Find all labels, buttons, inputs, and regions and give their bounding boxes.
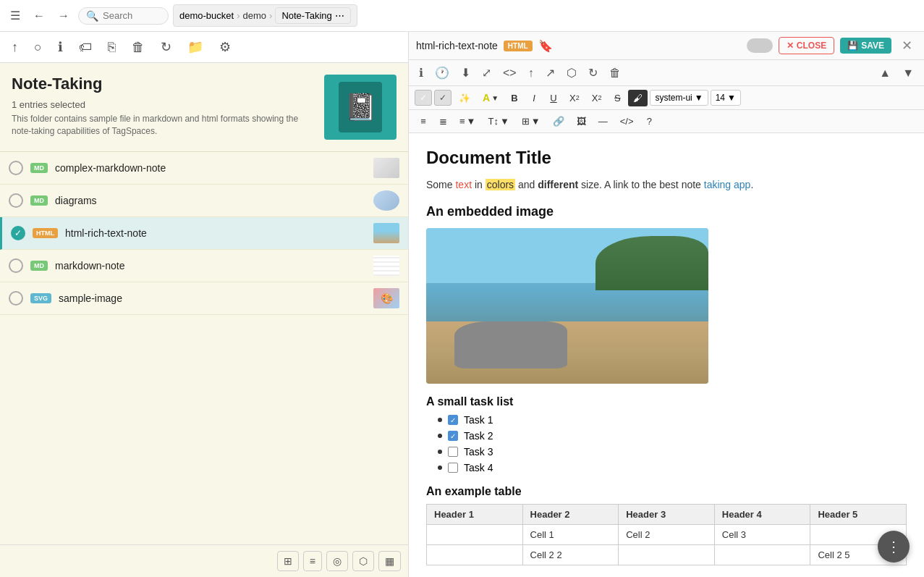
editor-download-btn[interactable]: ⬇ — [457, 63, 475, 83]
format-ol-btn[interactable]: ≣ — [434, 113, 452, 130]
task-item-3: Task 3 — [432, 446, 907, 458]
radial-view-btn[interactable]: ◎ — [326, 551, 348, 571]
format-text-size-btn[interactable]: T↕ ▼ — [483, 113, 514, 130]
file-checkbox[interactable] — [9, 161, 23, 175]
bullet-2 — [438, 434, 442, 438]
format-strikethrough-btn[interactable]: S — [609, 90, 626, 106]
format-paint-btn[interactable]: 🖌 — [628, 90, 648, 106]
editor-export-btn[interactable]: ↗ — [541, 63, 559, 83]
task-checkbox-3[interactable] — [448, 447, 458, 457]
doc-link[interactable]: taking app — [704, 179, 751, 190]
format-italic-btn[interactable]: I — [525, 90, 543, 106]
editor-prev-btn[interactable]: ▲ — [875, 64, 895, 83]
upload-btn[interactable]: ↑ — [7, 37, 22, 58]
settings-btn[interactable]: ⚙ — [215, 36, 235, 58]
info-btn[interactable]: ℹ — [54, 36, 67, 58]
file-checkbox[interactable] — [9, 193, 23, 208]
folder-btn[interactable]: 📁 — [183, 36, 208, 58]
menu-button[interactable]: ☰ — [6, 6, 25, 25]
format-image-btn[interactable]: 🖼 — [572, 113, 591, 130]
format-link-btn[interactable]: 🔗 — [548, 113, 569, 130]
circle-btn[interactable]: ○ — [30, 37, 46, 58]
format-ul-btn[interactable]: ≡ — [415, 113, 432, 130]
editor-expand-btn[interactable]: ⤢ — [478, 63, 496, 83]
file-thumbnail — [373, 158, 399, 178]
toggle-switch[interactable] — [747, 38, 773, 53]
format-color-btn[interactable]: A ▼ — [478, 89, 504, 106]
editor-content[interactable]: Document Title Some text in colors and d… — [409, 133, 924, 577]
close-button[interactable]: ✕ CLOSE — [779, 37, 834, 54]
format-help-btn[interactable]: ? — [640, 113, 658, 130]
notebook-icon: 📓 — [344, 92, 377, 122]
task-item-1: ✓ Task 1 — [432, 414, 907, 426]
breadcrumb-demo[interactable]: demo — [243, 10, 267, 21]
doc-image-section-title: An embedded image — [426, 204, 907, 219]
task-checkbox-2[interactable]: ✓ — [448, 431, 458, 441]
format-table-btn[interactable]: ⊞ ▼ — [517, 113, 546, 130]
board-view-btn[interactable]: ▦ — [378, 551, 401, 571]
format-color-dropdown-icon: ▼ — [491, 94, 499, 102]
format-align-btn[interactable]: ≡ ▼ — [454, 113, 480, 130]
bookmark-icon[interactable]: 🔖 — [538, 39, 553, 53]
format-check2-btn[interactable]: ✓ — [434, 90, 452, 106]
format-code-btn[interactable]: </> — [615, 113, 639, 130]
copy-btn[interactable]: ⎘ — [103, 37, 120, 58]
list-item[interactable]: MD markdown-note — [0, 250, 408, 282]
table-header-3: Header 3 — [619, 505, 715, 525]
list-view-btn[interactable]: ≡ — [303, 551, 322, 571]
list-item[interactable]: MD complex-markdown-note — [0, 152, 408, 185]
format-magic-btn[interactable]: ✨ — [454, 90, 475, 106]
editor-code-btn[interactable]: <> — [499, 64, 521, 83]
editor-history-btn[interactable]: 🕐 — [431, 63, 454, 83]
refresh-btn[interactable]: ↻ — [156, 36, 176, 58]
format-subscript-btn[interactable]: X2 — [587, 90, 607, 106]
task-checkbox-4[interactable] — [448, 463, 458, 473]
editor-info-btn[interactable]: ℹ — [415, 63, 428, 83]
file-checkbox-checked[interactable]: ✓ — [11, 226, 25, 240]
table-cell: Cell 2 — [619, 525, 715, 545]
fab-button[interactable]: ⋮ — [878, 531, 910, 563]
hex-view-btn[interactable]: ⬡ — [352, 551, 374, 571]
table-header-1: Header 1 — [427, 505, 523, 525]
file-checkbox[interactable] — [9, 258, 23, 273]
editor-close-x-button[interactable]: ✕ — [897, 36, 917, 55]
editor-html-badge: HTML — [504, 41, 533, 51]
format-underline-btn[interactable]: U — [545, 90, 562, 106]
editor-next-btn[interactable]: ▼ — [898, 64, 918, 83]
file-badge-md: MD — [30, 163, 48, 173]
file-name: markdown-note — [55, 260, 366, 271]
list-item-selected[interactable]: ✓ HTML html-rich-text-note — [0, 217, 408, 250]
task-checkbox-1[interactable]: ✓ — [448, 415, 458, 425]
back-button[interactable]: ← — [29, 7, 49, 25]
editor-trash-btn[interactable]: 🗑 — [605, 64, 625, 83]
format-check1-btn[interactable]: ✓ — [415, 90, 432, 106]
forward-button[interactable]: → — [54, 7, 74, 25]
file-badge-md: MD — [30, 195, 48, 206]
editor-upload-btn[interactable]: ↑ — [524, 64, 538, 83]
format-bold-btn[interactable]: B — [506, 90, 523, 106]
file-badge-html: HTML — [33, 228, 58, 238]
breadcrumb[interactable]: demo-bucket › demo › Note-Taking ⋯ — [173, 4, 357, 27]
format-toolbar-row1: ✓ ✓ ✨ A ▼ B I U X2 X2 S 🖌 system-ui ▼ 14… — [409, 86, 924, 110]
grid-view-btn[interactable]: ⊞ — [277, 551, 299, 571]
tag-btn[interactable]: 🏷 — [75, 37, 96, 58]
search-input[interactable] — [103, 10, 161, 21]
format-font-dropdown[interactable]: system-ui ▼ — [650, 90, 708, 106]
delete-btn[interactable]: 🗑 — [127, 37, 149, 58]
list-item[interactable]: SVG sample-image 🎨 — [0, 282, 408, 315]
editor-share-btn[interactable]: ⬡ — [562, 63, 581, 83]
table-header-5: Header 5 — [810, 505, 907, 525]
breadcrumb-notetaking[interactable]: Note-Taking ⋯ — [275, 7, 350, 24]
editor-refresh-btn[interactable]: ↻ — [584, 63, 602, 83]
file-name: diagrams — [55, 195, 366, 206]
format-font-label: system-ui — [655, 93, 692, 103]
format-size-dropdown[interactable]: 14 ▼ — [711, 90, 741, 106]
format-superscript-btn[interactable]: X2 — [564, 90, 585, 106]
format-hr-btn[interactable]: — — [593, 113, 613, 130]
save-button[interactable]: 💾 SAVE — [840, 38, 891, 54]
doc-embedded-image — [426, 228, 708, 384]
list-item[interactable]: MD diagrams — [0, 185, 408, 217]
file-checkbox[interactable] — [9, 291, 23, 306]
table-cell: Cell 2 2 — [522, 545, 619, 565]
table-row: Cell 2 2 Cell 2 5 — [427, 545, 907, 565]
